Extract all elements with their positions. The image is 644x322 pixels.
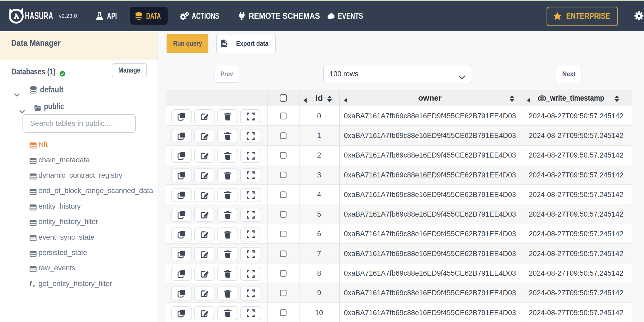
- svg-text:x: x: [33, 283, 35, 288]
- svg-text:f: f: [29, 280, 33, 288]
